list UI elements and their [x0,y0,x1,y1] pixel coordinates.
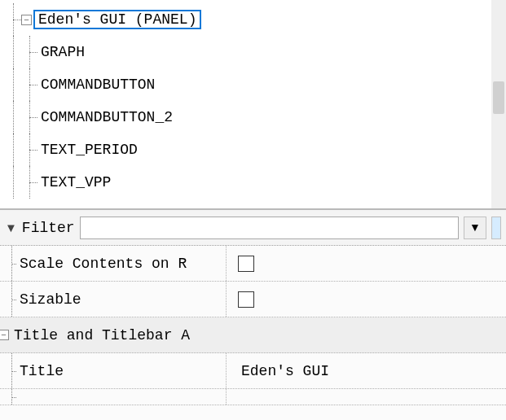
prop-label: Scale Contents on R [16,256,190,272]
tree-label: COMMANDBUTTON [37,77,158,93]
tree-node-text-vpp[interactable]: TEXT_VPP [5,166,506,199]
checkbox[interactable] [238,291,254,308]
prop-title[interactable]: Title Eden's GUI [0,353,506,389]
tree-label: TEXT_VPP [37,174,114,190]
filter-extra-button[interactable] [491,217,501,239]
properties-pane: ▼ Filter ▼ Scale Contents on R Sizable [0,210,506,420]
filter-input[interactable] [80,217,459,239]
object-tree: − Eden's GUI (PANEL) GRAPH COMMANDBUTTON… [0,0,506,210]
filter-bar: ▼ Filter ▼ [0,210,506,246]
funnel-icon: ▼ [5,221,17,234]
tree-label: COMMANDBUTTON_2 [37,109,176,125]
collapse-icon[interactable]: − [0,330,9,340]
prop-scale-contents[interactable]: Scale Contents on R [0,246,506,282]
prop-value[interactable]: Eden's GUI [238,363,332,379]
tree-label: TEXT_PERIOD [37,142,141,158]
prop-cutoff [0,389,506,405]
prop-label: Title [16,363,67,379]
filter-label: Filter [22,220,75,236]
prop-sizable[interactable]: Sizable [0,282,506,317]
prop-group-title[interactable]: − Title and Titlebar A [0,317,506,353]
tree-node-commandbutton[interactable]: COMMANDBUTTON [5,68,506,101]
collapse-icon[interactable]: − [21,15,32,25]
tree-label: Eden's GUI (PANEL) [33,10,201,29]
tree-node-panel[interactable]: − Eden's GUI (PANEL) [5,3,506,36]
tree-node-commandbutton-2[interactable]: COMMANDBUTTON_2 [5,101,506,133]
tree-node-text-period[interactable]: TEXT_PERIOD [5,133,506,166]
property-grid: Scale Contents on R Sizable − Title and … [0,246,506,405]
prop-label: Sizable [16,291,85,308]
checkbox[interactable] [238,256,254,272]
tree-label: GRAPH [37,44,88,60]
prop-label: Title and Titlebar A [11,327,193,343]
tree-node-graph[interactable]: GRAPH [5,36,506,68]
filter-menu-button[interactable]: ▼ [464,217,486,239]
